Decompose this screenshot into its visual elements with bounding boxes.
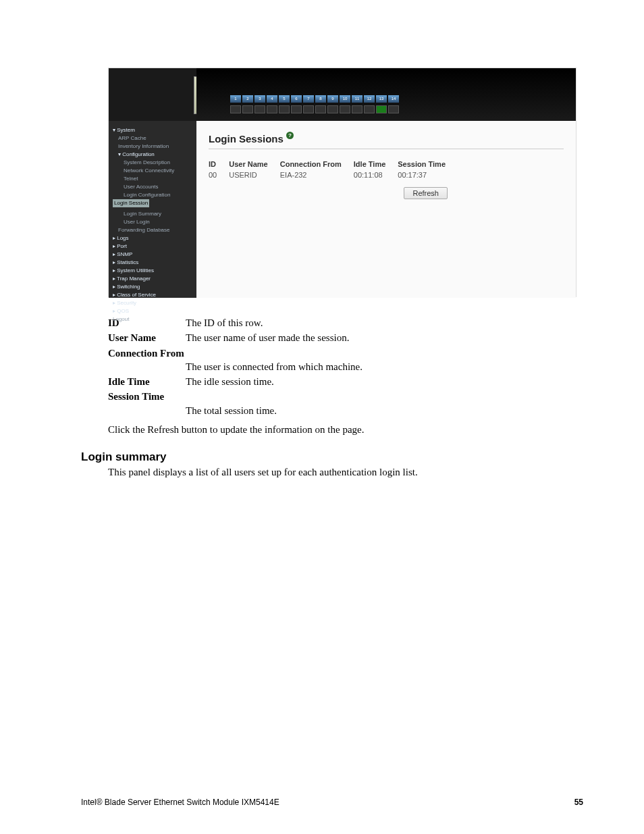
sidebar-item[interactable]: Telnet (113, 175, 192, 183)
port-number: 13 (376, 95, 387, 103)
definition-description: The user is connected from which machine… (108, 360, 583, 373)
table-header-cell: User Name (229, 159, 279, 170)
port-indicator-row (230, 105, 399, 113)
sidebar-item[interactable]: Logout (113, 315, 192, 323)
content-pane: Login Sessions ? IDUser NameConnection F… (196, 121, 576, 298)
port-number: 14 (388, 95, 399, 103)
sidebar-item[interactable]: User Login (113, 218, 192, 226)
port-indicator[interactable] (340, 105, 350, 113)
port-indicator[interactable] (376, 105, 387, 113)
nav-sidebar: ▾ SystemARP CacheInventory Information▾ … (109, 121, 196, 298)
sidebar-item[interactable]: ▸ Switching (113, 283, 192, 291)
port-indicator[interactable] (242, 105, 253, 113)
port-number: 7 (303, 95, 314, 103)
sidebar-item[interactable]: ARP Cache (113, 134, 192, 142)
port-number: 10 (340, 95, 350, 103)
sidebar-item[interactable]: User Accounts (113, 183, 192, 191)
definition-description: The idle session time. (186, 375, 274, 388)
sidebar-item[interactable]: Network Connectivity (113, 167, 192, 175)
port-number-row: 1234567891011121314 (230, 95, 399, 103)
table-row: 00USERIDEIA-23200:11:0800:17:37 (209, 170, 458, 180)
sidebar-item[interactable]: ▸ Trap Manager (113, 275, 192, 283)
sidebar-item[interactable]: Inventory Information (113, 142, 192, 151)
table-header-cell: Session Time (398, 159, 458, 170)
port-indicator[interactable] (303, 105, 314, 113)
sidebar-item[interactable]: ▾ Configuration (113, 151, 192, 159)
refresh-instruction: Click the Refresh button to update the i… (108, 424, 583, 436)
port-indicator[interactable] (352, 105, 363, 113)
panel-title: Login Sessions ? (209, 133, 564, 149)
port-indicator[interactable] (388, 105, 399, 113)
section-body-login-summary: This panel displays a list of all users … (108, 467, 583, 478)
app-screenshot: 1234567891011121314 ▾ SystemARP CacheInv… (108, 68, 576, 297)
port-indicator[interactable] (279, 105, 290, 113)
port-indicator[interactable] (230, 105, 241, 113)
port-number: 1 (230, 95, 241, 103)
sidebar-item[interactable]: ▸ SNMP (113, 251, 192, 259)
port-number: 2 (242, 95, 253, 103)
table-cell: 00:17:37 (398, 170, 458, 180)
sidebar-item[interactable]: ▸ Statistics (113, 259, 192, 267)
sidebar-item[interactable]: ▸ System Utilities (113, 267, 192, 275)
definition-row: User NameThe user name of user made the … (108, 331, 583, 344)
page-footer: Intel® Blade Server Ethernet Switch Modu… (81, 798, 583, 807)
section-heading-login-summary: Login summary (81, 450, 583, 464)
definition-description: The ID of this row. (186, 316, 263, 330)
sidebar-item[interactable]: ▸ Security (113, 299, 192, 307)
table-header-cell: ID (209, 159, 229, 170)
definition-row: Connection FromThe user is connected fro… (108, 346, 583, 374)
help-icon[interactable]: ? (286, 132, 294, 139)
port-number: 6 (291, 95, 302, 103)
port-number: 5 (279, 95, 290, 103)
definition-term: Connection From (108, 346, 186, 360)
sidebar-item[interactable]: ▸ Logs (113, 234, 192, 242)
table-header-row: IDUser NameConnection FromIdle TimeSessi… (209, 159, 458, 170)
table-cell: USERID (229, 170, 279, 180)
table-header-cell: Idle Time (354, 159, 398, 170)
table-cell: EIA-232 (280, 170, 354, 180)
sidebar-item[interactable]: ▸ QOS (113, 307, 192, 315)
sessions-table: IDUser NameConnection FromIdle TimeSessi… (209, 159, 458, 180)
definition-term: Idle Time (108, 375, 186, 388)
port-indicator[interactable] (254, 105, 265, 113)
definition-row: Session TimeThe total session time. (108, 390, 583, 417)
footer-page-number: 55 (574, 798, 583, 807)
sidebar-item[interactable]: Login Configuration (113, 191, 192, 199)
sidebar-item[interactable]: Login Summary (113, 210, 192, 218)
definition-description: The total session time. (108, 404, 583, 417)
port-number: 12 (364, 95, 375, 103)
table-cell: 00 (209, 170, 229, 180)
panel-title-text: Login Sessions (209, 133, 284, 145)
port-number: 11 (352, 95, 363, 103)
device-logo-area (109, 68, 196, 121)
sidebar-item[interactable]: Forwarding Database (113, 226, 192, 234)
sidebar-item[interactable]: Login Session (113, 199, 149, 207)
definition-row: Idle TimeThe idle session time. (108, 375, 583, 388)
table-header-cell: Connection From (280, 159, 354, 170)
definition-list: IDThe ID of this row.User NameThe user n… (108, 316, 583, 417)
port-indicator[interactable] (315, 105, 326, 113)
port-indicator[interactable] (291, 105, 302, 113)
port-number: 4 (267, 95, 277, 103)
port-indicator[interactable] (364, 105, 375, 113)
definition-description: The user name of user made the session. (186, 331, 349, 344)
sidebar-item[interactable]: ▸ Class of Service (113, 291, 192, 299)
refresh-button[interactable]: Refresh (404, 187, 448, 199)
sidebar-item[interactable]: System Description (113, 159, 192, 167)
sidebar-item[interactable]: ▸ Port (113, 242, 192, 251)
port-number: 9 (327, 95, 338, 103)
port-indicator[interactable] (267, 105, 277, 113)
footer-product: Intel® Blade Server Ethernet Switch Modu… (81, 798, 279, 807)
table-cell: 00:11:08 (354, 170, 398, 180)
definition-term: Session Time (108, 390, 186, 403)
port-number: 3 (254, 95, 265, 103)
port-panel: 1234567891011121314 (196, 68, 576, 121)
screenshot-header: 1234567891011121314 (109, 68, 576, 121)
sidebar-item[interactable]: ▾ System (113, 126, 192, 134)
definition-term: User Name (108, 331, 186, 344)
port-number: 8 (315, 95, 326, 103)
port-indicator[interactable] (327, 105, 338, 113)
